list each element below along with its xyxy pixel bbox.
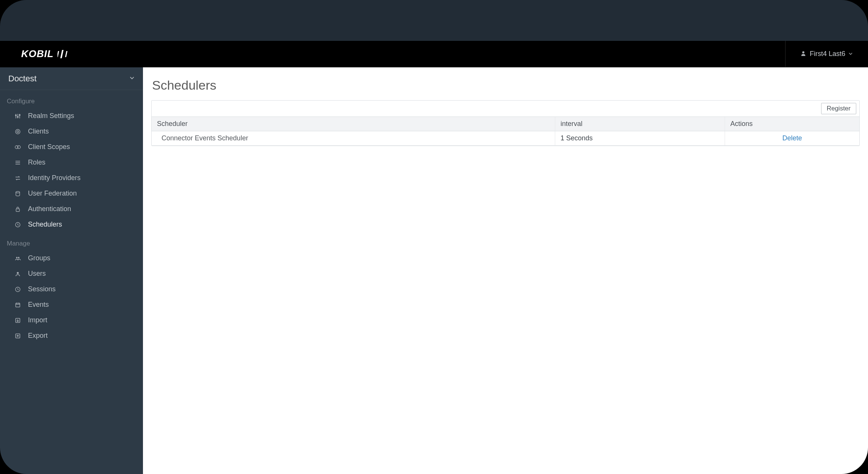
svg-point-6 [19, 114, 20, 115]
chevron-down-icon [129, 75, 135, 82]
svg-point-7 [16, 129, 20, 134]
list-icon [14, 160, 22, 166]
svg-point-14 [16, 257, 18, 258]
app: KOBIL First4 Last6 [0, 41, 868, 474]
import-icon [14, 317, 22, 323]
target-icon [14, 129, 22, 135]
sidebar-item-groups[interactable]: Groups [0, 250, 143, 266]
browser-chrome [0, 0, 868, 41]
sidebar-item-label: User Federation [28, 190, 77, 197]
sidebar-item-identity-providers[interactable]: Identity Providers [0, 170, 143, 186]
brand-name: KOBIL [21, 48, 54, 60]
schedulers-table: Scheduler interval Actions Connector Eve… [152, 117, 859, 146]
section-title-manage: Manage [0, 232, 143, 250]
nav-configure: Realm Settings Clients Client Scopes Rol… [0, 108, 143, 232]
delete-link[interactable]: Delete [782, 134, 802, 142]
lock-icon [14, 206, 22, 212]
content: Schedulers Register Scheduler interval [143, 67, 868, 474]
sidebar-item-export[interactable]: Export [0, 328, 143, 343]
calendar-icon [14, 302, 22, 308]
sidebar-item-label: Sessions [28, 285, 56, 293]
svg-point-5 [17, 116, 19, 117]
col-interval: interval [555, 117, 725, 131]
sidebar-item-clients[interactable]: Clients [0, 124, 143, 139]
body: Doctest Configure Realm Settings Clients [0, 67, 868, 474]
sidebar-item-label: Clients [28, 127, 49, 135]
col-scheduler: Scheduler [152, 117, 555, 131]
sidebar-item-label: Client Scopes [28, 143, 70, 151]
header: KOBIL First4 Last6 [0, 41, 868, 67]
sidebar-item-label: Groups [28, 254, 50, 262]
user-label: First4 Last6 [810, 50, 845, 58]
nav-manage: Groups Users Sessions Events [0, 250, 143, 343]
sidebar-item-events[interactable]: Events [0, 297, 143, 312]
sidebar: Doctest Configure Realm Settings Clients [0, 67, 143, 474]
export-icon [14, 333, 22, 339]
svg-point-3 [802, 51, 804, 54]
stack-icon [14, 191, 22, 197]
col-actions: Actions [725, 117, 860, 131]
sidebar-item-label: Schedulers [28, 221, 62, 228]
window-frame: KOBIL First4 Last6 [0, 0, 868, 474]
realm-label: Doctest [8, 74, 37, 84]
cell-interval: 1 Seconds [555, 131, 725, 146]
toolbar: Register [152, 101, 859, 117]
sliders-icon [14, 113, 22, 119]
svg-point-15 [18, 257, 20, 258]
section-title-configure: Configure [0, 90, 143, 108]
cell-actions: Delete [725, 131, 860, 146]
svg-point-16 [17, 272, 19, 274]
register-button[interactable]: Register [821, 103, 856, 114]
svg-rect-1 [60, 50, 64, 58]
sidebar-item-authentication[interactable]: Authentication [0, 201, 143, 217]
sidebar-item-schedulers[interactable]: Schedulers [0, 217, 143, 232]
sidebar-item-label: Users [28, 270, 46, 278]
schedulers-panel: Register Scheduler interval Actions [151, 100, 860, 146]
sidebar-item-roles[interactable]: Roles [0, 155, 143, 170]
sidebar-item-label: Authentication [28, 205, 71, 213]
sidebar-item-users[interactable]: Users [0, 266, 143, 281]
svg-rect-18 [16, 303, 20, 307]
svg-point-8 [17, 131, 19, 132]
sidebar-item-client-scopes[interactable]: Client Scopes [0, 139, 143, 155]
user-icon [801, 50, 806, 58]
table-row: Connector Events Scheduler 1 Seconds Del… [152, 131, 859, 146]
realm-selector[interactable]: Doctest [0, 67, 143, 90]
sidebar-item-label: Events [28, 301, 49, 309]
sidebar-item-label: Roles [28, 159, 45, 166]
svg-point-4 [16, 115, 17, 116]
sidebar-item-label: Identity Providers [28, 174, 81, 182]
clock-icon [14, 222, 22, 228]
sidebar-item-user-federation[interactable]: User Federation [0, 186, 143, 201]
sidebar-item-label: Realm Settings [28, 112, 74, 120]
user-menu[interactable]: First4 Last6 [785, 41, 868, 67]
table-header-row: Scheduler interval Actions [152, 117, 859, 131]
svg-rect-12 [16, 209, 20, 211]
sidebar-item-label: Export [28, 332, 48, 340]
swap-icon [14, 175, 22, 181]
scopes-icon [14, 144, 22, 150]
brand-mark-icon [57, 50, 70, 58]
chevron-down-icon [848, 50, 853, 58]
user-icon [14, 271, 22, 277]
cell-scheduler: Connector Events Scheduler [152, 131, 555, 146]
sidebar-item-label: Import [28, 316, 47, 324]
svg-point-10 [17, 146, 20, 149]
clock-icon [14, 286, 22, 292]
page-title: Schedulers [152, 78, 860, 93]
svg-rect-2 [65, 51, 67, 57]
sidebar-item-import[interactable]: Import [0, 312, 143, 328]
sidebar-item-sessions[interactable]: Sessions [0, 281, 143, 297]
users-icon [14, 255, 22, 261]
svg-rect-0 [57, 51, 59, 57]
brand: KOBIL [0, 48, 70, 60]
svg-point-11 [16, 191, 20, 193]
sidebar-item-realm-settings[interactable]: Realm Settings [0, 108, 143, 124]
